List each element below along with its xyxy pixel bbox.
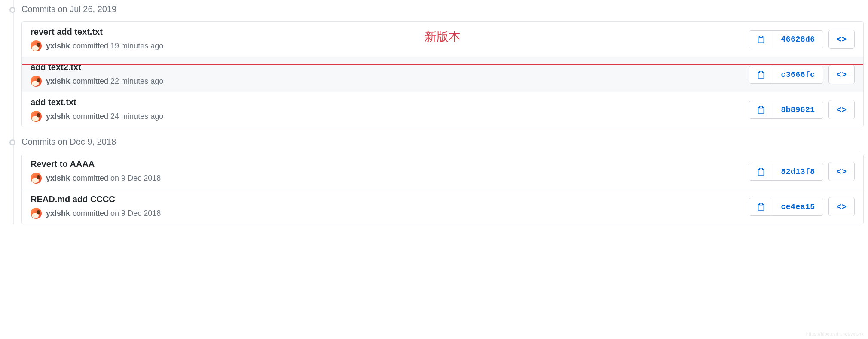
commit-actions: 8b89621 <> [749,100,855,119]
clipboard-icon [757,167,765,176]
commit-author-link[interactable]: yxlshk [46,112,70,121]
sha-button-group: 46628d6 [749,30,823,48]
sha-button-group: 8b89621 [749,101,823,119]
commit-item: add text.txt yxlshk committed 24 minutes… [22,92,863,127]
commit-title-link[interactable]: Revert to AAAA [31,159,749,169]
commit-item: Revert to AAAA yxlshk committed on 9 Dec… [22,154,863,189]
commit-time: 22 minutes ago [110,77,163,86]
commit-author-link[interactable]: yxlshk [46,42,70,51]
sha-text: 8b89621 [781,106,815,114]
commit-time: 24 minutes ago [110,112,163,121]
commit-item: 新版本 revert add text.txt yxlshk committed… [22,21,863,57]
clipboard-icon [757,203,765,211]
copy-sha-button[interactable] [749,31,773,48]
copy-sha-button[interactable] [749,66,773,83]
committed-label: committed [73,42,108,51]
sha-button-group: ce4ea15 [749,198,823,216]
commit-item: add text2.txt yxlshk committed 22 minute… [22,57,863,92]
commit-group-header: Commits on Jul 26, 2019 [21,0,864,21]
sha-link[interactable]: 82d13f8 [773,163,823,180]
commit-timeline: Commits on Jul 26, 2019 新版本 revert add t… [4,0,864,224]
commit-group-date: Commits on Dec 9, 2018 [21,137,116,146]
committed-label: committed [73,112,108,121]
commit-actions: 46628d6 <> [749,30,855,49]
commit-author-link[interactable]: yxlshk [46,209,70,218]
copy-sha-button[interactable] [749,101,773,118]
commit-title-link[interactable]: add text2.txt [31,62,749,72]
commit-time: on 9 Dec 2018 [110,174,161,183]
commit-meta: yxlshk committed on 9 Dec 2018 [31,173,749,184]
commit-actions: ce4ea15 <> [749,197,855,216]
browse-code-button[interactable]: <> [828,100,855,119]
commit-meta: yxlshk committed 19 minutes ago [31,40,749,51]
sha-link[interactable]: ce4ea15 [773,198,823,215]
clipboard-icon [757,70,765,79]
sha-link[interactable]: 46628d6 [773,31,823,48]
sha-text: ce4ea15 [781,203,815,211]
sha-text: 82d13f8 [781,167,815,176]
commit-meta: yxlshk committed on 9 Dec 2018 [31,208,749,219]
code-icon: <> [837,202,847,212]
clipboard-icon [757,35,765,44]
timeline-line [13,0,14,224]
avatar[interactable] [31,40,42,51]
code-icon: <> [837,166,847,176]
sha-text: c3666fc [781,70,815,79]
commit-author-link[interactable]: yxlshk [46,77,70,86]
code-icon: <> [837,34,847,44]
commit-title-link[interactable]: add text.txt [31,97,749,107]
commit-list: 新版本 revert add text.txt yxlshk committed… [21,21,864,127]
sha-button-group: 82d13f8 [749,163,823,181]
avatar[interactable] [31,208,42,219]
browse-code-button[interactable]: <> [828,162,855,181]
commit-author-link[interactable]: yxlshk [46,174,70,183]
commit-list: Revert to AAAA yxlshk committed on 9 Dec… [21,154,864,224]
commit-item: READ.md add CCCC yxlshk committed on 9 D… [22,189,863,224]
commit-group: Commits on Dec 9, 2018 Revert to AAAA yx… [21,133,864,224]
commit-actions: 82d13f8 <> [749,162,855,181]
sha-link[interactable]: c3666fc [773,66,823,83]
copy-sha-button[interactable] [749,198,773,215]
avatar[interactable] [31,173,42,184]
code-icon: <> [837,70,847,79]
avatar[interactable] [31,111,42,122]
commit-actions: c3666fc <> [749,65,855,84]
commit-meta: yxlshk committed 22 minutes ago [31,76,749,87]
commit-time: on 9 Dec 2018 [110,209,161,218]
committed-label: committed [73,174,108,183]
commit-info: READ.md add CCCC yxlshk committed on 9 D… [31,194,749,219]
commit-info: revert add text.txt yxlshk committed 19 … [31,27,749,51]
commit-group-header: Commits on Dec 9, 2018 [21,133,864,154]
timeline-dot-icon [9,139,15,145]
avatar[interactable] [31,76,42,87]
browse-code-button[interactable]: <> [828,197,855,216]
commit-time: 19 minutes ago [110,42,163,51]
copy-sha-button[interactable] [749,163,773,180]
browse-code-button[interactable]: <> [828,30,855,49]
commit-info: Revert to AAAA yxlshk committed on 9 Dec… [31,159,749,184]
sha-link[interactable]: 8b89621 [773,101,823,118]
commit-group-date: Commits on Jul 26, 2019 [21,4,116,14]
commit-meta: yxlshk committed 24 minutes ago [31,111,749,122]
committed-label: committed [73,209,108,218]
committed-label: committed [73,77,108,86]
commit-title-link[interactable]: revert add text.txt [31,27,749,37]
clipboard-icon [757,106,765,114]
sha-button-group: c3666fc [749,66,823,84]
browse-code-button[interactable]: <> [828,65,855,84]
commit-title-link[interactable]: READ.md add CCCC [31,194,749,204]
commit-info: add text.txt yxlshk committed 24 minutes… [31,97,749,122]
commit-group: Commits on Jul 26, 2019 新版本 revert add t… [21,0,864,127]
code-icon: <> [837,105,847,115]
commit-info: add text2.txt yxlshk committed 22 minute… [31,62,749,87]
timeline-dot-icon [9,7,15,13]
sha-text: 46628d6 [781,35,815,44]
